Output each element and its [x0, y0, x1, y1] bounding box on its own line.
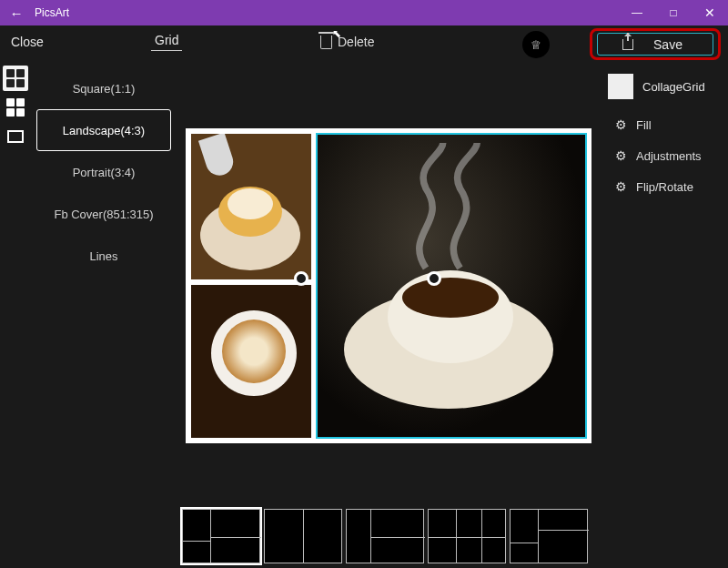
grid-type-icon-column: [0, 62, 31, 568]
collage-cell-2[interactable]: [191, 285, 311, 438]
panel-fliprotate[interactable]: ⚙ Flip/Rotate: [602, 171, 728, 202]
panel-fill[interactable]: ⚙ Fill: [602, 109, 728, 140]
minimize-button[interactable]: ―: [619, 0, 655, 25]
grid-mode-label[interactable]: Grid: [151, 33, 182, 51]
grid-type-alt[interactable]: [3, 95, 28, 120]
aspect-ratio-list: Square(1:1) Landscape(4:3) Portrait(3:4)…: [31, 62, 177, 568]
premium-crown-button[interactable]: ♕: [522, 31, 550, 58]
layout-thumb-3[interactable]: [346, 509, 424, 563]
back-icon[interactable]: ←: [0, 5, 33, 21]
save-button[interactable]: Save: [597, 33, 713, 56]
delete-button[interactable]: Delete: [320, 35, 374, 49]
layout-thumb-2[interactable]: [264, 509, 342, 563]
layout-thumb-4[interactable]: [428, 509, 506, 563]
gear-icon: ⚙: [615, 117, 627, 132]
mode-swatch: [608, 74, 633, 99]
collage-cell-1[interactable]: [191, 134, 311, 279]
right-panel: CollageGrid ⚙ Fill ⚙ Adjustments ⚙ Flip/…: [602, 62, 728, 568]
app-title: PicsArt: [33, 6, 69, 19]
gear-icon: ⚙: [615, 148, 627, 163]
share-icon: [622, 39, 633, 50]
steam-graphic: [389, 143, 508, 279]
gear-icon: ⚙: [615, 179, 627, 194]
maximize-button[interactable]: □: [655, 0, 692, 25]
layout-thumbnail-strip: [182, 506, 597, 566]
mode-label: CollageGrid: [642, 80, 705, 94]
canvas-area: [177, 62, 602, 568]
panel-fliprotate-label: Flip/Rotate: [636, 180, 693, 194]
top-toolbar: Close Grid ⬉ Delete ♕ Save: [0, 25, 728, 62]
grid-icon: [6, 98, 25, 117]
grid-type-frame[interactable]: [3, 124, 28, 149]
crown-icon: ♕: [531, 38, 541, 52]
save-highlight: Save: [590, 28, 721, 60]
save-label: Save: [653, 37, 682, 52]
grid-divider-handle[interactable]: [427, 271, 441, 286]
ratio-landscape[interactable]: Landscape(4:3): [36, 109, 171, 151]
ratio-portrait[interactable]: Portrait(3:4): [36, 151, 171, 193]
layout-thumb-5[interactable]: [510, 509, 588, 563]
panel-adjustments-label: Adjustments: [636, 149, 702, 163]
ratio-fbcover[interactable]: Fb Cover(851:315): [36, 193, 171, 235]
window-close-button[interactable]: ✕: [692, 0, 728, 25]
close-button[interactable]: Close: [11, 35, 44, 49]
grid-type-basic[interactable]: [3, 66, 28, 91]
grid-divider-handle[interactable]: [294, 271, 308, 286]
collage-mode-chip[interactable]: CollageGrid: [608, 73, 723, 100]
panel-fill-label: Fill: [636, 118, 652, 132]
ratio-square[interactable]: Square(1:1): [36, 67, 171, 109]
delete-label: Delete: [338, 35, 374, 49]
layout-thumb-1[interactable]: [182, 509, 260, 563]
title-bar: ← PicsArt ― □ ✕: [0, 0, 728, 25]
trash-icon: [320, 36, 332, 49]
frame-icon: [7, 130, 24, 143]
collage-cell-3-selected[interactable]: [317, 134, 586, 438]
collage-frame[interactable]: [186, 128, 592, 443]
grid-icon: [6, 69, 25, 87]
ratio-lines[interactable]: Lines: [36, 235, 171, 277]
panel-adjustments[interactable]: ⚙ Adjustments: [602, 140, 728, 171]
